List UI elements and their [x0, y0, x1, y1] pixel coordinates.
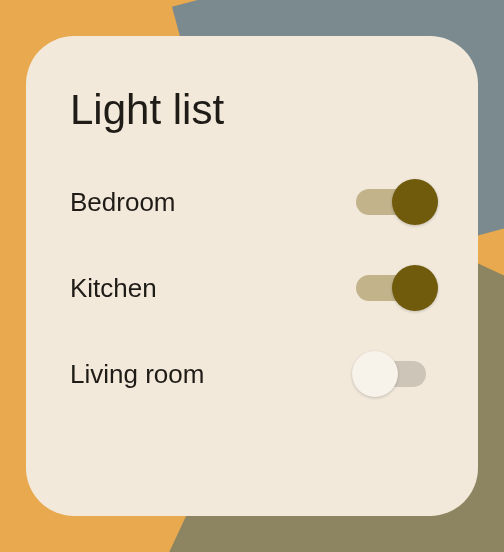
toggle-bedroom[interactable]: [356, 184, 434, 220]
light-row-living-room: Living room: [70, 356, 434, 392]
light-list-card: Light list Bedroom Kitchen Living room: [26, 36, 478, 516]
toggle-living-room[interactable]: [356, 356, 434, 392]
light-row-kitchen: Kitchen: [70, 270, 434, 306]
toggle-thumb: [392, 265, 438, 311]
page-title: Light list: [70, 86, 434, 134]
light-row-bedroom: Bedroom: [70, 184, 434, 220]
toggle-kitchen[interactable]: [356, 270, 434, 306]
light-label: Living room: [70, 359, 204, 390]
toggle-thumb: [352, 351, 398, 397]
toggle-thumb: [392, 179, 438, 225]
light-label: Kitchen: [70, 273, 157, 304]
light-label: Bedroom: [70, 187, 176, 218]
